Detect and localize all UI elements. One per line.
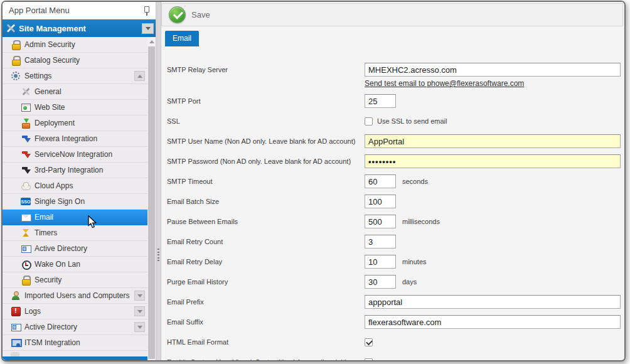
sidebar-item-label: Email (35, 213, 53, 222)
use-ssl-checkbox-label: Use SSL to send email (377, 117, 447, 125)
email-prefix-label: Email Prefix (167, 298, 365, 306)
sidebar-item-logs[interactable]: Logs (3, 304, 147, 319)
alarm-clock-icon (21, 259, 31, 269)
pause-between-emails-unit: milliseconds (402, 218, 440, 225)
sidebar-item-label: Active Directory (35, 244, 87, 253)
tab-email[interactable]: Email (165, 31, 199, 46)
smtp-port-input[interactable] (365, 94, 396, 108)
form-row: HTML Email Format (167, 335, 624, 349)
email-retry-delay-input[interactable] (365, 255, 396, 269)
sidebar-item-label: Wake On Lan (35, 260, 80, 269)
email-retry-count-input[interactable] (365, 235, 396, 249)
chevron-up-icon[interactable] (134, 71, 145, 81)
sidebar-item-itsm-integration[interactable]: ITSM Integration (3, 335, 147, 351)
sidebar-item-security[interactable]: Security (3, 272, 147, 288)
sidebar-item-servicenow-integration[interactable]: ServiceNow Integration (3, 147, 147, 163)
smtp-relay-server-input[interactable] (365, 63, 621, 77)
lock-icon (21, 275, 31, 285)
sidebar-item-wake-on-lan[interactable]: Wake On Lan (3, 257, 147, 272)
save-check-icon[interactable] (169, 6, 186, 23)
smtp-user-name-input[interactable] (365, 134, 621, 148)
email-batch-size-input[interactable] (365, 195, 396, 208)
integration-blue-icon (21, 134, 31, 144)
sidebar-item-active-directory[interactable]: Active Directory (3, 319, 147, 335)
smtp-password-input[interactable] (365, 154, 621, 168)
sidebar-item-label: Admin Security (24, 40, 75, 49)
form-row: Email Batch Size (167, 195, 624, 208)
smtp-relay-server-label: SMTP Relay Server (167, 66, 365, 73)
sidebar: App Portal Menu Site Management Admin Se… (3, 2, 156, 360)
chevron-down-icon[interactable] (134, 322, 145, 332)
main-content: Save Email SMTP Relay Server Send test e… (161, 2, 624, 360)
directory-icon (21, 244, 31, 254)
form-row: Email Prefix (167, 295, 624, 309)
sidebar-group-site-management[interactable]: Site Management (3, 19, 156, 37)
scrollbar-thumb[interactable] (148, 46, 155, 359)
form-row: SMTP Password (Non AD only. Leave blank … (167, 154, 624, 168)
scrollbar-up-arrow-icon[interactable] (147, 37, 156, 46)
sidebar-titlebar: App Portal Menu (3, 2, 156, 19)
email-retry-delay-label: Email Retry Delay (167, 258, 365, 265)
pin-icon[interactable] (142, 5, 152, 16)
cloud-icon (21, 181, 31, 191)
save-button[interactable]: Save (191, 10, 210, 19)
sidebar-item-flexera-integration[interactable]: Flexera Integration (3, 131, 147, 147)
sidebar-item-label: Settings (24, 72, 51, 80)
purge-email-history-label: Purge Email History (167, 278, 365, 286)
group-collapse-button[interactable] (142, 23, 154, 34)
sidebar-item-imported-users-and-computers[interactable]: Imported Users and Computers (3, 288, 147, 304)
sidebar-item-label: Catalog Security (24, 56, 80, 65)
splitter-grip-icon (158, 249, 159, 263)
email-suffix-input[interactable] (365, 315, 621, 329)
logs-icon (11, 306, 21, 316)
form-row: SSL Use SSL to send email (167, 114, 624, 128)
gear-icon (11, 71, 21, 81)
form-row: Pause Between Emails milliseconds (167, 215, 624, 228)
sidebar-group-label: Site Management (19, 24, 139, 33)
html-email-format-checkbox[interactable] (365, 338, 373, 346)
email-icon (21, 212, 31, 222)
form-row: Email Suffix (167, 315, 624, 329)
use-ssl-checkbox[interactable] (365, 117, 373, 126)
sidebar-scrollbar[interactable] (147, 37, 156, 360)
sidebar-item-single-sign-on[interactable]: Single Sign On (3, 194, 147, 210)
sidebar-item-label: Flexera Integration (35, 134, 97, 143)
sidebar-item-label: General (35, 87, 61, 96)
email-retry-delay-unit: minutes (402, 258, 427, 265)
sidebar-item-general[interactable]: General (3, 84, 147, 100)
sidebar-item-timers[interactable]: Timers (3, 225, 147, 241)
form-row: SMTP Timeout seconds (167, 174, 624, 188)
collapsed-group-header[interactable] (3, 356, 147, 360)
sidebar-item-settings[interactable]: Settings (3, 68, 147, 84)
sidebar-item-3rd-party-integration[interactable]: 3rd-Party Integration (3, 163, 147, 178)
pause-between-emails-input[interactable] (365, 215, 396, 228)
sidebar-item-email[interactable]: Email (3, 210, 147, 225)
integration-red-icon (21, 149, 31, 159)
pause-between-emails-label: Pause Between Emails (167, 218, 365, 225)
purge-email-history-input[interactable] (365, 275, 396, 289)
sidebar-item-active-directory[interactable]: Active Directory (3, 241, 147, 257)
purge-email-history-unit: days (402, 278, 417, 286)
pane-splitter[interactable] (156, 2, 161, 360)
app-window: App Portal Menu Site Management Admin Se… (1, 1, 626, 361)
smtp-timeout-input[interactable] (365, 174, 396, 188)
send-test-email-link[interactable]: Send test email to phowe@flexerasoftware… (365, 79, 524, 88)
enable-custom-user-view-checkbox[interactable] (365, 358, 373, 361)
users-icon (11, 291, 21, 301)
lock-icon (11, 40, 21, 50)
sidebar-item-admin-security[interactable]: Admin Security (3, 37, 147, 53)
sidebar-item-cloud-apps[interactable]: Cloud Apps (3, 178, 147, 194)
chevron-down-icon[interactable] (134, 291, 145, 301)
tools-icon (21, 87, 31, 97)
email-prefix-input[interactable] (365, 295, 621, 309)
sidebar-item-catalog-security[interactable]: Catalog Security (3, 53, 147, 68)
sidebar-item-label: Deployment (35, 119, 75, 127)
email-batch-size-label: Email Batch Size (167, 198, 365, 205)
form-row: Enable Custom User View (vCustomUser) fo… (167, 355, 624, 360)
html-email-format-label: HTML Email Format (167, 338, 365, 346)
smtp-timeout-unit: seconds (402, 178, 428, 185)
sidebar-title: App Portal Menu (9, 6, 142, 15)
sidebar-item-web-site[interactable]: Web Site (3, 100, 147, 115)
sidebar-item-deployment[interactable]: Deployment (3, 115, 147, 131)
chevron-down-icon[interactable] (134, 306, 145, 316)
